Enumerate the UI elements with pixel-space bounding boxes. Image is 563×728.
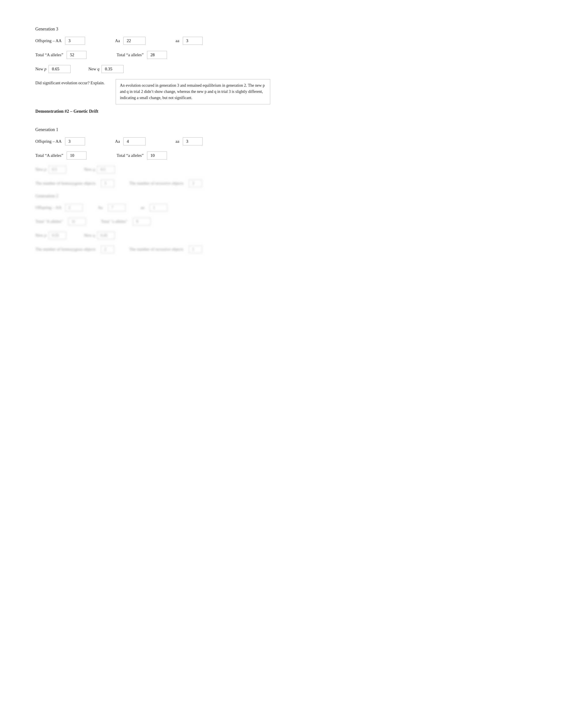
demo2-gen2-new-q-label: New q [84,233,95,238]
demo2-gen1-pq-row: New p 0.5 New q 0.5 [35,166,528,173]
demo2-gen2-new-q-value: 0.45 [97,232,115,239]
demo2-gen2-total-row: Total "A alleles" 11 Total "a alleles" 9 [35,218,528,225]
demo2-gen2-total-a-value: 9 [133,218,150,225]
gen3-explain-answer[interactable]: An evolution occured in generation 3 and… [116,79,270,104]
demo2-gen1-total-a-input[interactable] [147,152,167,159]
demo2-gen1-aa-input[interactable] [183,137,203,145]
demo2-gen1-homozygous-dom-value: 3 [101,180,114,187]
demo2-gen2-homozygous-dom-value: 2 [101,246,114,253]
gen3-title: Generation 3 [35,26,528,32]
gen3-explain-question: Did significant evolution occur? Explain… [35,79,110,85]
gen3-new-q-input[interactable] [102,65,124,73]
demo2-gen2-title: Generation 2 [35,193,528,199]
gen3-Aa-input[interactable] [123,37,145,45]
demo2-gen2-new-p-label: New p [35,233,46,238]
demo2-gen2-pq-row: New p 0.55 New q 0.45 [35,232,528,239]
demo2-gen2-total-A-value: 11 [68,218,86,225]
gen3-total-a-input[interactable] [147,51,167,59]
demo2-gen1-offspring-label: Offspring – AA [35,139,62,144]
gen3-new-p-input[interactable] [49,65,71,73]
demo2-gen1-title: Generation 1 [35,127,528,132]
gen3-new-q-item: New q [88,65,124,73]
demo2-gen1-Aa-input[interactable] [123,137,145,145]
demo2-title: Demonstration #2 – Genetic Drift [35,109,528,114]
demo2-gen1-new-q-item: New q 0.5 [84,166,115,173]
demo2-gen1-blurred-row: The number of homozygous objects 3 The n… [35,180,528,187]
demo2-gen1-total-A-input[interactable] [67,152,86,159]
demo2-gen1-homozygous-rec-label: The number of recessive objects [129,181,183,186]
demo2-gen2-new-q-item: New q 0.45 [84,232,115,239]
gen3-AA-input[interactable] [65,37,85,45]
gen3-total-a-label: Total “a alleles” [117,53,143,57]
demo2-gen2-homozygous-dom-label: The number of homozygous objects [35,247,96,252]
gen3-aa-input[interactable] [183,37,203,45]
demo2-gen2-blurred-row: The number of homozygous objects 2 The n… [35,246,528,253]
demo2-gen1-AA-input[interactable] [65,137,85,145]
demo2-gen2-new-p-item: New p 0.55 [35,232,66,239]
demo2-gen1-homozygous-dom-label: The number of homozygous objects [35,181,96,186]
gen3-new-p-item: New p [35,65,71,73]
gen3-aa-label: aa [175,38,179,43]
demo2-gen1-total-a-label: Total “a alleles” [117,153,143,158]
gen3-explain-and-demo: Did significant evolution occur? Explain… [35,79,528,119]
gen3-offspring-label: Offspring – AA [35,38,62,43]
demo2-gen1-Aa-label: Aa [115,139,120,144]
demo2-gen2-offspring-label: Offspring – AA [35,205,62,210]
gen3-pq-row: New p New q [35,65,528,73]
demo2-gen2-homozygous-rec-value: 1 [189,246,202,253]
demo2-gen1-new-q-label: New q [84,167,95,172]
demo2-gen2-AA-value: 2 [65,204,83,212]
demo2-gen1-homozygous-rec-value: 3 [189,180,202,187]
demo2-gen2-offspring-row: Offspring – AA 2 Aa 7 aa 1 [35,204,528,212]
gen3-total-A-label: Total “A alleles” [35,53,63,57]
demo2-gen2-new-p-value: 0.55 [49,232,66,239]
demo2-gen1-total-row: Total “A alleles” Total “a alleles” [35,152,528,159]
gen3-new-p-label: New p [35,67,46,71]
demo2-gen2-total-a-label: Total "a alleles" [101,219,128,224]
demo2-gen2-total-A-label: Total "A alleles" [35,219,63,224]
gen3-total-A-input[interactable] [67,51,86,59]
demo2-gen2-Aa-value: 7 [108,204,126,212]
demo2-gen1-new-p-item: New p 0.5 [35,166,66,173]
gen3-total-row: Total “A alleles” Total “a alleles” [35,51,528,59]
generation3-section: Generation 3 Offspring – AA Aa aa Total … [35,26,528,119]
gen3-Aa-label: Aa [115,38,120,43]
demo2-gen1-new-p-label: New p [35,167,46,172]
demo2-gen2-aa-label: aa [141,205,144,210]
gen3-explain-row: Did significant evolution occur? Explain… [35,79,528,104]
gen3-new-q-label: New q [88,67,99,71]
demo2-gen1-new-p-value: 0.5 [49,166,66,173]
demo2-gen2-aa-value: 1 [150,204,167,212]
demo2-gen2-homozygous-rec-label: The number of recessive objects [129,247,183,252]
demo2-gen1-total-A-label: Total “A alleles” [35,153,63,158]
demo2-gen1-aa-label: aa [175,139,179,144]
demo2-gen1-offspring-row: Offspring – AA Aa aa [35,137,528,145]
demo2-gen2-Aa-label: Aa [98,205,103,210]
demo2-gen1-new-q-value: 0.5 [97,166,115,173]
demo2-section: Generation 1 Offspring – AA Aa aa Total … [35,127,528,253]
gen3-offspring-row: Offspring – AA Aa aa [35,37,528,45]
